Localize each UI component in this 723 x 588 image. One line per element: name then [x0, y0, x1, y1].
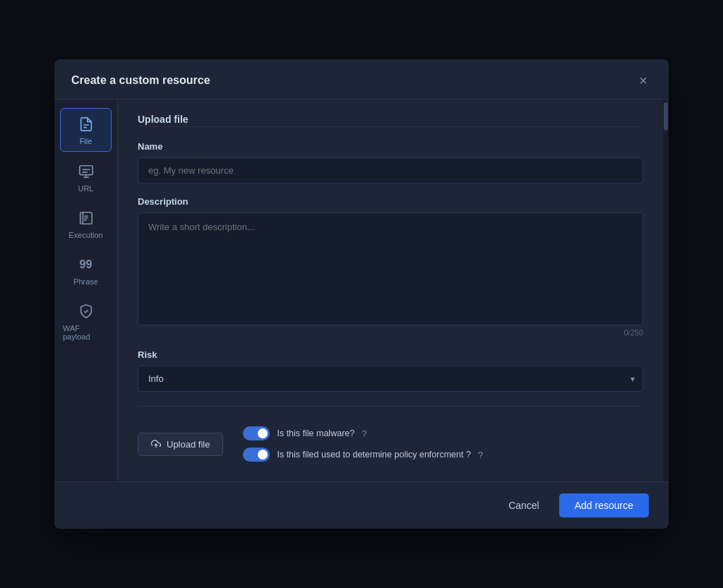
phrase-icon: 99: [76, 255, 96, 275]
char-count: 0/250: [138, 328, 643, 337]
policy-toggle-row: Is this filed used to determine policy e…: [243, 448, 483, 462]
file-icon: [76, 114, 96, 134]
sidebar-item-phrase-label: Phrase: [73, 277, 98, 286]
description-input[interactable]: [138, 212, 643, 325]
close-button[interactable]: ×: [635, 72, 652, 89]
upload-file-button[interactable]: Upload file: [138, 433, 223, 456]
dialog-header: Create a custom resource ×: [54, 59, 669, 100]
risk-label: Risk: [138, 349, 643, 360]
sidebar-item-file[interactable]: File: [60, 108, 112, 152]
policy-toggle[interactable]: [243, 448, 270, 462]
description-field-group: Description 0/250: [138, 196, 643, 337]
sidebar-item-file-label: File: [80, 137, 92, 145]
policy-toggle-label: Is this filed used to determine policy e…: [277, 450, 470, 460]
upload-icon: [151, 439, 161, 449]
sidebar-item-phrase[interactable]: 99 Phrase: [60, 249, 112, 292]
description-label: Description: [138, 196, 643, 207]
execution-icon: [76, 208, 96, 228]
sidebar-item-url-label: URL: [78, 184, 93, 193]
toggles-column: Is this file malware? ? Is this filed us…: [243, 426, 483, 462]
sidebar-item-waf-payload-label: WAF payload: [63, 324, 109, 341]
malware-toggle-slider: [243, 426, 270, 440]
risk-select[interactable]: Info Low Medium High Critical: [138, 366, 643, 392]
policy-help-icon[interactable]: ?: [478, 450, 483, 460]
sidebar-item-execution-label: Execution: [68, 231, 102, 239]
upload-section: Upload file: [138, 114, 643, 128]
actions-divider: [138, 406, 643, 407]
sidebar-item-url[interactable]: URL: [60, 156, 112, 198]
sidebar: File URL: [54, 100, 118, 481]
scrollbar-thumb: [664, 102, 668, 131]
svg-rect-2: [79, 166, 92, 175]
add-resource-button[interactable]: Add resource: [559, 493, 649, 517]
malware-toggle-row: Is this file malware? ?: [243, 426, 483, 440]
url-icon: [76, 162, 96, 181]
malware-help-icon[interactable]: ?: [362, 428, 366, 439]
dialog-footer: Cancel Add resource: [54, 481, 669, 529]
name-input[interactable]: [138, 157, 643, 184]
cancel-button[interactable]: Cancel: [497, 494, 551, 517]
upload-file-label: Upload file: [167, 439, 210, 450]
sidebar-item-execution[interactable]: Execution: [60, 203, 112, 245]
upload-section-title: Upload file: [138, 114, 643, 125]
create-resource-dialog: Create a custom resource × File: [54, 59, 669, 529]
malware-toggle-label: Is this file malware?: [277, 428, 354, 438]
svg-line-8: [84, 311, 85, 313]
name-field-group: Name: [138, 141, 643, 184]
waf-payload-icon: [76, 301, 96, 321]
main-content: Upload file Name Description 0/250 Risk …: [118, 100, 663, 481]
malware-toggle[interactable]: [243, 426, 270, 440]
policy-toggle-slider: [243, 448, 270, 462]
section-divider: [138, 126, 643, 127]
scrollbar-track[interactable]: [663, 100, 669, 481]
svg-line-9: [85, 310, 88, 313]
actions-row: Upload file Is this file malware? ?: [138, 421, 643, 467]
dialog-title: Create a custom resource: [71, 74, 210, 87]
dialog-body: File URL: [54, 100, 669, 481]
risk-select-wrapper: Info Low Medium High Critical ▾: [138, 366, 643, 392]
sidebar-item-waf-payload[interactable]: WAF payload: [60, 296, 112, 347]
name-label: Name: [138, 141, 643, 152]
risk-field-group: Risk Info Low Medium High Critical ▾: [138, 349, 643, 392]
